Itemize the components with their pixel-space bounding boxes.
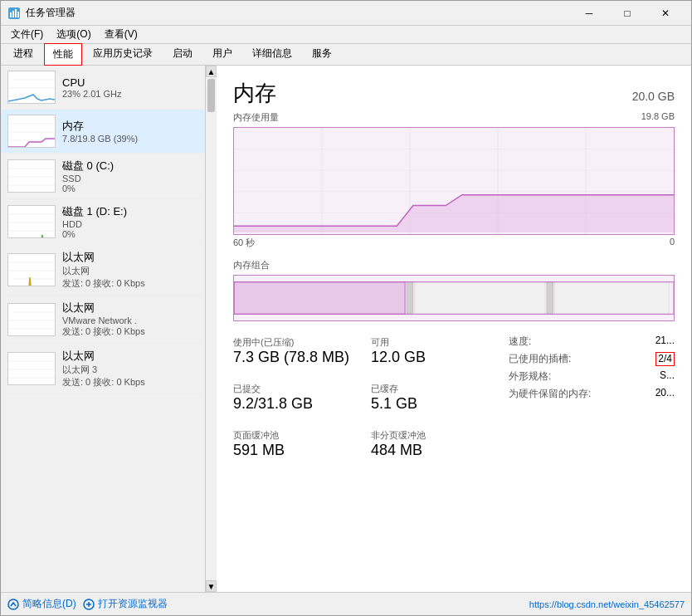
- cpu-sub: 23% 2.01 GHz: [62, 89, 198, 99]
- eth1-name: 以太网: [62, 301, 198, 315]
- main-window: 任务管理器 ─ □ ✕ 文件(F) 选项(O) 查看(V) 进程 性能 应用历史…: [0, 0, 692, 616]
- scroll-thumb[interactable]: [207, 79, 215, 112]
- svg-rect-4: [17, 12, 19, 17]
- collapse-button[interactable]: 简略信息(D): [7, 597, 76, 611]
- tab-history[interactable]: 应用历史记录: [84, 42, 162, 65]
- monitor-label: 打开资源监视器: [98, 597, 168, 611]
- svg-rect-47: [547, 282, 553, 315]
- eth2-thumbnail: [7, 352, 56, 385]
- eth0-thumbnail: [7, 253, 56, 286]
- scroll-down-arrow[interactable]: ▼: [206, 580, 217, 592]
- right-panel: 内存 20.0 GB 内存使用量 19.8 GB: [217, 66, 691, 592]
- tab-performance[interactable]: 性能: [44, 43, 82, 66]
- title-bar: 任务管理器 ─ □ ✕: [1, 1, 691, 26]
- reserved-row: 为硬件保留的内存: 20...: [509, 387, 675, 401]
- eth2-sub2: 发送: 0 接收: 0 Kbps: [62, 376, 198, 389]
- watermark: https://blog.csdn.net/weixin_45462577: [529, 599, 685, 609]
- close-button[interactable]: ✕: [646, 1, 685, 26]
- svg-rect-13: [8, 160, 56, 193]
- svg-point-50: [8, 599, 18, 609]
- disk1-sub2: 0%: [62, 229, 198, 239]
- available-label: 可用: [371, 336, 492, 349]
- disk0-sub2: 0%: [62, 183, 198, 193]
- memory-chart: [233, 127, 675, 235]
- svg-rect-29: [8, 353, 56, 385]
- disk1-info: 磁盘 1 (D: E:) HDD 0%: [62, 204, 198, 239]
- stat-used: 使用中(已压缩) 7.3 GB (78.8 MB): [233, 331, 354, 371]
- tab-services[interactable]: 服务: [303, 42, 341, 65]
- svg-rect-1: [10, 12, 12, 17]
- used-label: 使用中(已压缩): [233, 336, 354, 349]
- app-icon: [7, 7, 21, 20]
- open-monitor-button[interactable]: 打开资源监视器: [83, 597, 168, 611]
- cpu-info: CPU 23% 2.01 GHz: [62, 76, 198, 99]
- sidebar: CPU 23% 2.01 GHz: [1, 66, 205, 592]
- sidebar-scrollbar[interactable]: ▲ ▼: [205, 66, 217, 592]
- sidebar-item-eth2[interactable]: 以太网 以太网 3 发送: 0 接收: 0 Kbps: [1, 344, 205, 394]
- window-title: 任务管理器: [26, 6, 570, 20]
- slots-value: 2/4: [655, 352, 675, 366]
- memory-combo-chart: [233, 275, 675, 321]
- window-controls: ─ □ ✕: [570, 1, 685, 26]
- eth0-sub1: 以太网: [62, 265, 198, 277]
- tab-process[interactable]: 进程: [4, 42, 42, 65]
- nonpaged-value: 484 MB: [371, 442, 492, 459]
- reserved-value: 20...: [655, 387, 675, 401]
- chevron-up-icon: [7, 599, 19, 610]
- tab-bar: 进程 性能 应用历史记录 启动 用户 详细信息 服务: [1, 44, 691, 66]
- committed-value: 9.2/31.8 GB: [233, 395, 354, 413]
- disk1-sub1: HDD: [62, 219, 198, 229]
- stats-left: 使用中(已压缩) 7.3 GB (78.8 MB) 可用 12.0 GB 已提交…: [233, 331, 492, 464]
- tab-startup[interactable]: 启动: [163, 42, 202, 65]
- menu-bar: 文件(F) 选项(O) 查看(V): [1, 26, 691, 44]
- svg-rect-45: [407, 282, 413, 315]
- time-left: 60 秒: [233, 237, 255, 249]
- disk0-thumbnail: [7, 159, 56, 193]
- disk1-thumbnail: [7, 205, 56, 238]
- eth1-sub1: VMware Network .: [62, 315, 198, 325]
- memory-info: 内存 7.8/19.8 GB (39%): [62, 119, 198, 144]
- menu-file[interactable]: 文件(F): [4, 26, 50, 43]
- memory-thumbnail: [7, 115, 56, 148]
- sidebar-item-disk1[interactable]: 磁盘 1 (D: E:) HDD 0%: [1, 199, 205, 245]
- speed-label: 速度:: [509, 335, 531, 349]
- memory-name: 内存: [62, 119, 198, 134]
- main-content: CPU 23% 2.01 GHz: [1, 66, 691, 592]
- minimize-button[interactable]: ─: [570, 1, 608, 26]
- sidebar-item-eth0[interactable]: 以太网 以太网 发送: 0 接收: 0 Kbps: [1, 245, 205, 296]
- maximize-button[interactable]: □: [608, 1, 646, 26]
- sidebar-item-eth1[interactable]: 以太网 VMware Network . 发送: 0 接收: 0 Kbps: [1, 296, 205, 344]
- cached-value: 5.1 GB: [371, 395, 492, 413]
- svg-rect-48: [555, 282, 669, 315]
- menu-options[interactable]: 选项(O): [50, 26, 97, 43]
- sidebar-item-cpu[interactable]: CPU 23% 2.01 GHz: [1, 66, 205, 110]
- tab-users[interactable]: 用户: [203, 42, 241, 65]
- eth2-sub1: 以太网 3: [62, 364, 198, 376]
- stat-committed: 已提交 9.2/31.8 GB: [233, 378, 354, 418]
- scroll-up-arrow[interactable]: ▲: [206, 66, 217, 77]
- available-value: 12.0 GB: [371, 349, 492, 366]
- tab-details[interactable]: 详细信息: [243, 42, 301, 65]
- sidebar-item-disk0[interactable]: 磁盘 0 (C:) SSD 0%: [1, 154, 205, 199]
- cpu-thumbnail: [7, 71, 56, 104]
- memory-sub: 7.8/19.8 GB (39%): [62, 134, 198, 144]
- disk0-name: 磁盘 0 (C:): [62, 159, 198, 174]
- slots-row: 已使用的插槽: 2/4: [509, 352, 675, 366]
- combo-label: 内存组合: [233, 259, 675, 271]
- stat-nonpaged: 非分页缓冲池 484 MB: [371, 424, 492, 464]
- svg-rect-21: [8, 254, 56, 286]
- committed-label: 已提交: [233, 383, 354, 395]
- sidebar-item-memory[interactable]: 内存 7.8/19.8 GB (39%): [1, 110, 205, 154]
- slots-label: 已使用的插槽:: [509, 352, 571, 366]
- form-label: 外形规格:: [509, 369, 551, 384]
- form-row: 外形规格: S...: [509, 369, 675, 384]
- menu-view[interactable]: 查看(V): [98, 26, 144, 43]
- speed-value: 21...: [655, 335, 675, 349]
- stats-section: 使用中(已压缩) 7.3 GB (78.8 MB) 可用 12.0 GB 已提交…: [233, 331, 675, 464]
- svg-rect-17: [8, 206, 56, 238]
- bottom-bar: 简略信息(D) 打开资源监视器 https://blog.csdn.net/we…: [1, 592, 691, 615]
- memory-usage-section: 内存使用量 19.8 GB: [233, 111, 675, 249]
- eth0-name: 以太网: [62, 250, 198, 265]
- stat-cached: 已缓存 5.1 GB: [371, 378, 492, 418]
- used-value: 7.3 GB (78.8 MB): [233, 349, 354, 366]
